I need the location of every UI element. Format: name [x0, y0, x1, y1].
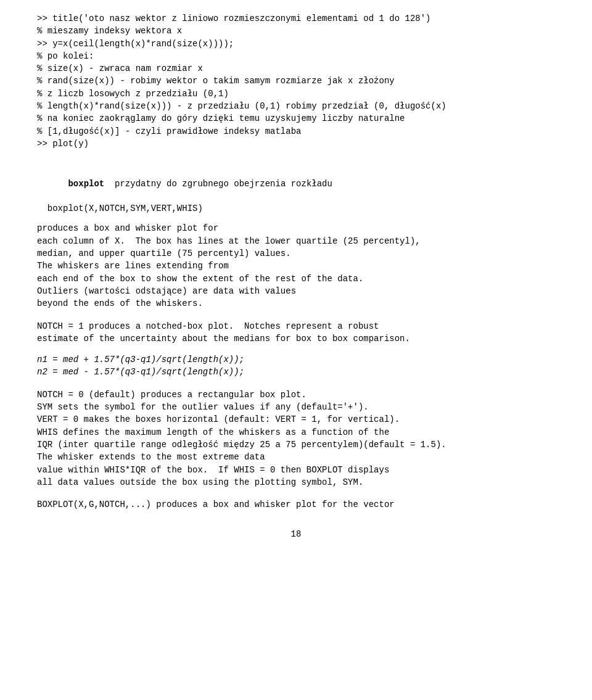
- page-content: >> title('oto nasz wektor z liniowo rozm…: [37, 12, 555, 539]
- boxplot-prose-6: Outliers (wartości odstające) are data w…: [37, 285, 555, 297]
- boxplot-description: przydatny do zgrubnego obejrzenia rozkła…: [104, 179, 332, 189]
- notch-prose-1: NOTCH = 1 produces a notched-box plot. N…: [37, 320, 555, 332]
- boxplot-syntax: boxplot(X,NOTCH,SYM,VERT,WHIS): [37, 202, 555, 215]
- notch-default-4: WHIS defines the maximum length of the w…: [37, 426, 555, 439]
- boxplot-prose-3: median, and upper quartile (75 percentyl…: [37, 247, 555, 260]
- math-line-2: n2 = med - 1.57*(q3-q1)/sqrt(length(x));: [37, 366, 555, 378]
- notch-default-3: VERT = 0 makes the boxes horizontal (def…: [37, 413, 555, 426]
- notch-default-1: NOTCH = 0 (default) produces a rectangul…: [37, 389, 555, 401]
- code-line-3: % po kolei:: [37, 50, 555, 62]
- boxplot-g-1: BOXPLOT(X,G,NOTCH,...) produces a box an…: [37, 498, 555, 511]
- boxplot-prose: produces a box and whisker plot for each…: [37, 222, 555, 310]
- notch-section: NOTCH = 1 produces a notched-box plot. N…: [37, 320, 555, 345]
- page-number: 18: [37, 529, 555, 539]
- notch-default-6: The whisker extends to the most extreme …: [37, 451, 555, 463]
- notch-default-5: IQR (inter quartile range odległość międ…: [37, 439, 555, 451]
- boxplot-prose-2: each column of X. The box has lines at t…: [37, 235, 555, 247]
- notch-prose-2: estimate of the uncertainty about the me…: [37, 332, 555, 345]
- code-line-9: % [1,długość(x)] - czyli prawidłowe inde…: [37, 125, 555, 138]
- code-line-7: % length(x)*rand(size(x))) - z przedział…: [37, 100, 555, 112]
- math-line-1: n1 = med + 1.57*(q3-q1)/sqrt(length(x));: [37, 353, 555, 366]
- notch-default-7: value within WHIS*IQR of the box. If WHI…: [37, 464, 555, 476]
- code-line-5: % rand(size(x)) - robimy wektor o takim …: [37, 75, 555, 87]
- boxplot-prose-1: produces a box and whisker plot for: [37, 222, 555, 234]
- boxplot-prose-5: each end of the box to show the extent o…: [37, 273, 555, 285]
- boxplot-header: boxplot przydatny do zgrubnego obejrzeni…: [37, 165, 555, 202]
- code-line-2: >> y=x(ceil(length(x)*rand(size(x))));: [37, 38, 555, 50]
- code-line-8: % na koniec zaokrąglamy do góry dzięki t…: [37, 112, 555, 125]
- code-line-10: >> plot(y): [37, 138, 555, 150]
- code-section: >> title('oto nasz wektor z liniowo rozm…: [37, 12, 555, 150]
- boxplot-label: boxplot: [68, 179, 104, 189]
- code-lines: >> title('oto nasz wektor z liniowo rozm…: [37, 12, 555, 25]
- notch-default-2: SYM sets the symbol for the outlier valu…: [37, 401, 555, 413]
- code-line-6: % z liczb losowych z przedziału (0,1): [37, 88, 555, 100]
- boxplot-prose-4: The whiskers are lines extending from: [37, 260, 555, 272]
- code-line-4: % size(x) - zwraca nam rozmiar x: [37, 62, 555, 75]
- notch-default-8: all data values outside the box using th…: [37, 476, 555, 488]
- code-line-1: % mieszamy indeksy wektora x: [37, 25, 555, 37]
- math-section: n1 = med + 1.57*(q3-q1)/sqrt(length(x));…: [37, 353, 555, 379]
- boxplot-g-section: BOXPLOT(X,G,NOTCH,...) produces a box an…: [37, 498, 555, 511]
- boxplot-section: boxplot przydatny do zgrubnego obejrzeni…: [37, 165, 555, 310]
- notch-default-section: NOTCH = 0 (default) produces a rectangul…: [37, 389, 555, 488]
- boxplot-prose-7: beyond the ends of the whiskers.: [37, 297, 555, 310]
